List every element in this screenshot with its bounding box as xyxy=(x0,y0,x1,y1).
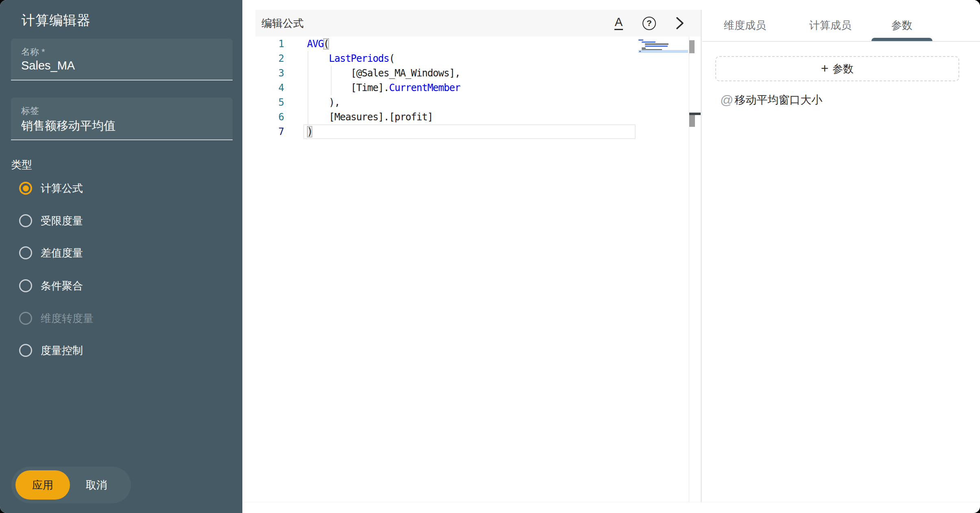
code-line-1[interactable]: 1AVG( xyxy=(255,37,701,51)
code-line-5[interactable]: 5 ), xyxy=(255,95,701,110)
formula-panel-header: 编辑公式 A ? xyxy=(255,10,701,37)
lower-scrollbar-thumb[interactable] xyxy=(689,115,695,127)
radio-icon[interactable] xyxy=(19,246,32,259)
code-text: [@Sales_MA_Windows], xyxy=(307,66,460,80)
type-radio-label: 度量控制 xyxy=(41,343,83,358)
label-field-label: 标签 xyxy=(21,105,39,117)
code-editor[interactable]: 1AVG(2 LastPeriods(3 [@Sales_MA_Windows]… xyxy=(255,37,701,139)
sidebar: 计算编辑器 名称 * Sales_MA 标签 销售额移动平均值 类型 计算公式受… xyxy=(0,0,242,513)
type-radio-4[interactable]: 条件聚合 xyxy=(19,278,83,294)
action-bar: 应用 取消 xyxy=(11,467,131,503)
formula-panel-title: 编辑公式 xyxy=(261,16,304,30)
type-radio-label: 计算公式 xyxy=(41,181,83,196)
formatter-icon[interactable]: A xyxy=(614,16,623,30)
type-radio-2[interactable]: 受限度量 xyxy=(19,213,83,229)
code-line-4[interactable]: 4 [Time].CurrentMember xyxy=(255,80,701,95)
code-line-7[interactable]: 7) xyxy=(255,124,701,139)
minimap-current-line xyxy=(638,50,688,53)
minimap-line xyxy=(645,43,669,45)
radio-icon xyxy=(19,312,32,325)
line-number: 5 xyxy=(255,95,284,110)
reference-tabs: 维度成员计算成员参数 xyxy=(702,10,980,42)
line-number: 7 xyxy=(255,124,284,139)
active-tab-underline xyxy=(871,38,932,41)
reference-panel: 维度成员计算成员参数 + 参数 @移动平均窗口大小 xyxy=(702,0,980,502)
at-icon: @ xyxy=(720,93,733,108)
code-line-2[interactable]: 2 LastPeriods( xyxy=(255,51,701,66)
indent-guide xyxy=(331,66,331,95)
name-field-label: 名称 * xyxy=(21,46,45,58)
code-text: ) xyxy=(307,124,312,139)
radio-icon[interactable] xyxy=(19,279,32,292)
add-parameter-button[interactable]: + 参数 xyxy=(715,56,959,81)
parameter-item[interactable]: @移动平均窗口大小 xyxy=(720,90,964,110)
line-number: 6 xyxy=(255,110,284,124)
type-radio-6[interactable]: 度量控制 xyxy=(19,342,83,359)
type-radio-label: 维度转度量 xyxy=(41,311,94,326)
help-icon[interactable]: ? xyxy=(642,17,656,30)
code-text: AVG( xyxy=(307,37,329,51)
add-parameter-label: 参数 xyxy=(832,62,854,76)
minimap-line xyxy=(638,39,643,41)
page-title: 计算编辑器 xyxy=(22,11,91,30)
type-radio-label: 条件聚合 xyxy=(41,279,83,293)
formula-panel: 编辑公式 A ? 1AVG(2 LastPeriods(3 [@Sales_MA… xyxy=(255,0,701,502)
plus-icon: + xyxy=(821,62,829,75)
tab-1[interactable]: 维度成员 xyxy=(714,10,775,41)
type-radio-label: 受限度量 xyxy=(41,214,83,228)
minimap-line xyxy=(642,48,646,49)
label-field[interactable]: 标签 销售额移动平均值 xyxy=(11,98,233,140)
minimap[interactable] xyxy=(638,38,688,55)
radio-icon[interactable] xyxy=(19,344,32,357)
name-field-value[interactable]: Sales_MA xyxy=(21,59,75,72)
line-number: 4 xyxy=(255,80,284,95)
tab-2[interactable]: 计算成员 xyxy=(800,10,861,41)
minimap-line xyxy=(642,41,656,43)
calculation-editor-window: 计算编辑器 名称 * Sales_MA 标签 销售额移动平均值 类型 计算公式受… xyxy=(0,0,980,513)
type-radio-5: 维度转度量 xyxy=(19,310,94,326)
line-number: 3 xyxy=(255,66,284,80)
chevron-right-icon[interactable] xyxy=(675,16,684,30)
code-text: [Time].CurrentMember xyxy=(307,80,460,95)
editor-scrollbar-thumb[interactable] xyxy=(689,40,695,53)
type-radio-3[interactable]: 差值度量 xyxy=(19,245,83,261)
code-text: LastPeriods( xyxy=(307,51,394,66)
code-text: [Measures].[profit] xyxy=(307,110,433,124)
line-number: 1 xyxy=(255,37,284,51)
panel-bottom-edge xyxy=(242,502,980,502)
panel-divider[interactable] xyxy=(701,10,702,502)
formula-header-icons: A ? xyxy=(614,10,684,37)
name-field[interactable]: 名称 * Sales_MA xyxy=(11,39,233,80)
radio-icon[interactable] xyxy=(19,214,32,227)
apply-button[interactable]: 应用 xyxy=(15,470,70,500)
indent-guide xyxy=(308,51,308,124)
type-section-heading: 类型 xyxy=(11,158,32,172)
type-radio-1[interactable]: 计算公式 xyxy=(19,180,83,196)
editor-scrollbar-track xyxy=(689,37,689,502)
code-line-3[interactable]: 3 [@Sales_MA_Windows], xyxy=(255,66,701,80)
line-number: 2 xyxy=(255,51,284,66)
code-line-6[interactable]: 6 [Measures].[profit] xyxy=(255,110,701,124)
type-radio-label: 差值度量 xyxy=(41,246,83,260)
parameter-list: @移动平均窗口大小 xyxy=(720,90,964,110)
radio-selected-icon[interactable] xyxy=(19,182,32,195)
tab-3[interactable]: 参数 xyxy=(871,10,932,41)
parameter-label: 移动平均窗口大小 xyxy=(734,93,822,107)
code-text: ), xyxy=(307,95,340,110)
label-field-value[interactable]: 销售额移动平均值 xyxy=(21,118,115,134)
format-a-glyph: A xyxy=(614,16,623,30)
minimap-line xyxy=(645,46,668,47)
help-glyph: ? xyxy=(642,17,656,30)
cancel-button[interactable]: 取消 xyxy=(83,478,109,493)
